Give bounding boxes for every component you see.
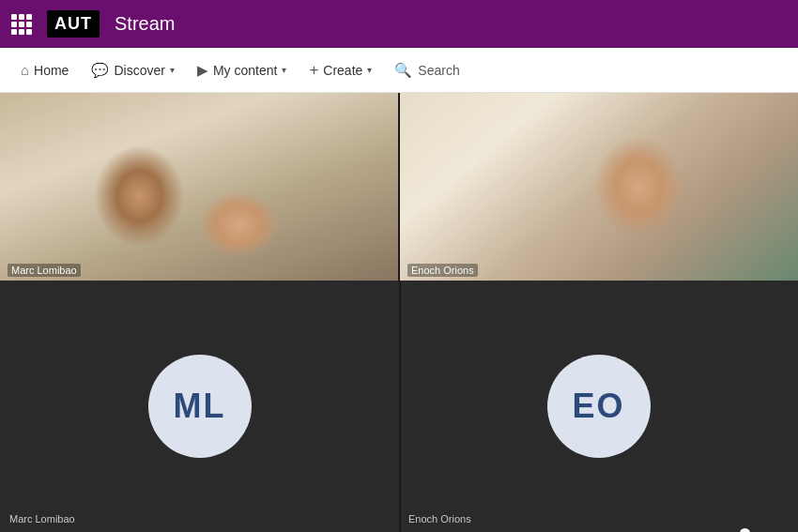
avatar1-name: Marc Lomibao — [9, 513, 75, 524]
search-area[interactable]: 🔍 Search — [385, 57, 468, 84]
search-label: Search — [418, 63, 459, 78]
avatar-circle-1: ML — [148, 355, 252, 458]
nav-home[interactable]: ⌂ Home — [11, 56, 78, 84]
aut-logo: AUT — [47, 10, 100, 38]
avatar1-initials: ML — [174, 387, 226, 426]
avatar-circle-2: EO — [547, 355, 651, 458]
avatar2-initials: EO — [572, 387, 624, 426]
video-feed-1: Marc Lomibao — [0, 93, 398, 281]
create-plus-icon: + — [309, 61, 318, 80]
discover-icon: 💬 — [91, 62, 109, 79]
video-container: Marc Lomibao Enoch Orions ML Marc Lomiba… — [0, 93, 798, 532]
app-title: Stream — [115, 13, 175, 35]
nav-mycontent-label: My content — [213, 63, 277, 78]
nav-mycontent[interactable]: ▶ My content ▾ — [188, 56, 296, 84]
create-chevron: ▾ — [367, 65, 372, 75]
nav-create[interactable]: + Create ▾ — [299, 55, 381, 85]
nav-discover[interactable]: 💬 Discover ▾ — [82, 56, 183, 84]
nav-home-label: Home — [34, 63, 69, 78]
discover-chevron: ▾ — [170, 65, 175, 75]
video-feed-2: Enoch Orions — [400, 93, 798, 281]
nav-create-label: Create — [323, 63, 362, 78]
avatar2-name: Enoch Orions — [408, 513, 471, 524]
top-bar: AUT Stream — [0, 0, 798, 48]
avatar-tile-1: ML Marc Lomibao — [0, 281, 399, 532]
bottom-row: ML Marc Lomibao EO Enoch Orions — [0, 281, 798, 532]
feed1-label: Marc Lomibao — [8, 264, 81, 277]
nav-bar: ⌂ Home 💬 Discover ▾ ▶ My content ▾ + Cre… — [0, 48, 798, 93]
nav-discover-label: Discover — [114, 63, 164, 78]
mycontent-icon: ▶ — [197, 62, 208, 79]
progress-thumb[interactable] — [740, 528, 750, 532]
search-icon: 🔍 — [394, 62, 412, 79]
feed2-label: Enoch Orions — [407, 264, 478, 277]
top-row: Marc Lomibao Enoch Orions — [0, 93, 798, 281]
home-icon: ⌂ — [21, 62, 29, 78]
mycontent-chevron: ▾ — [282, 65, 286, 75]
apps-icon[interactable] — [11, 14, 32, 35]
avatar-tile-2: EO Enoch Orions — [399, 281, 798, 532]
